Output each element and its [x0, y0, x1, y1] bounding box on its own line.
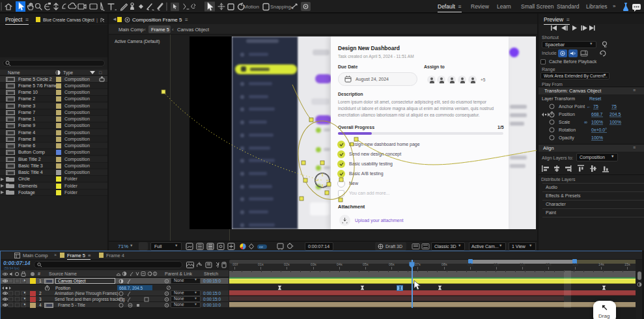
svg-text:Snapping: Snapping	[270, 4, 291, 10]
svg-text:co: co	[259, 245, 263, 249]
svg-text:Motion: Motion	[244, 4, 259, 10]
